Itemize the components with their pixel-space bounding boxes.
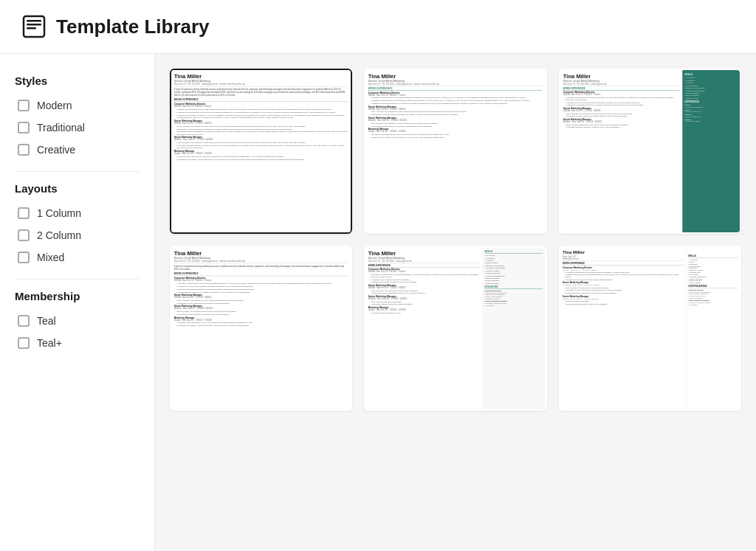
modern-checkbox[interactable]: [18, 100, 30, 111]
teal-label: Teal: [37, 315, 56, 327]
sidebar-item-teal-plus[interactable]: Teal+: [15, 332, 140, 354]
page-title: Template Library: [56, 15, 210, 38]
mixed-label: Mixed: [37, 252, 64, 263]
templates-grid: Tina Miller Director, Social Media Marke…: [170, 69, 741, 411]
template-preview-5: Tina Miller Director, Social Media Marke…: [365, 247, 545, 409]
sidebar: Styles Modern Traditional Creative Layou…: [0, 54, 155, 551]
template-library-icon: [21, 13, 47, 40]
svg-rect-2: [27, 24, 41, 26]
teal-plus-label: Teal+: [37, 337, 62, 349]
template-preview-3: Tina Miller Director, Social Media Marke…: [560, 70, 740, 232]
sidebar-item-traditional[interactable]: Traditional: [15, 117, 140, 139]
sidebar-item-modern[interactable]: Modern: [15, 94, 140, 117]
svg-rect-3: [27, 27, 36, 30]
2col-checkbox[interactable]: [18, 229, 30, 241]
sidebar-item-mixed[interactable]: Mixed: [15, 246, 140, 268]
template-preview-4: Tina Miller Director, Social Media Marke…: [171, 247, 351, 409]
sidebar-item-teal[interactable]: Teal: [15, 310, 140, 332]
template-card-4[interactable]: Tina Miller Director, Social Media Marke…: [170, 246, 352, 411]
2col-label: 2 Column: [37, 229, 81, 241]
traditional-label: Traditional: [37, 122, 85, 134]
membership-section-title: Membership: [15, 290, 140, 302]
sidebar-item-1col[interactable]: 1 Column: [15, 202, 140, 224]
divider-2: [15, 279, 140, 280]
template-card-6[interactable]: Tina Miller New York, NY tmiller@email.c…: [559, 246, 741, 411]
layouts-section-title: Layouts: [15, 182, 140, 195]
styles-section-title: Styles: [15, 74, 140, 87]
content-area: Tina Miller Director, Social Media Marke…: [155, 54, 756, 551]
creative-label: Creative: [37, 144, 75, 156]
template-preview-2: Tina Miller Director, Social Media Marke…: [365, 70, 545, 232]
main-layout: Styles Modern Traditional Creative Layou…: [0, 54, 756, 551]
1col-label: 1 Column: [37, 207, 81, 219]
template-preview-1: Tina Miller Director, Social Media Marke…: [171, 70, 351, 232]
sidebar-item-2col[interactable]: 2 Column: [15, 224, 140, 246]
template-card-1[interactable]: Tina Miller Director, Social Media Marke…: [170, 69, 352, 234]
template-card-2[interactable]: Tina Miller Director, Social Media Marke…: [364, 69, 546, 234]
traditional-checkbox[interactable]: [18, 122, 30, 134]
template-card-3[interactable]: Tina Miller Director, Social Media Marke…: [559, 69, 741, 234]
svg-rect-1: [27, 20, 41, 22]
teal-checkbox[interactable]: [18, 315, 30, 327]
mixed-checkbox[interactable]: [18, 252, 30, 263]
page-header: Template Library: [0, 0, 756, 54]
creative-checkbox[interactable]: [18, 144, 30, 156]
divider-1: [15, 171, 140, 172]
modern-label: Modern: [37, 100, 72, 111]
sidebar-item-creative[interactable]: Creative: [15, 139, 140, 161]
template-preview-6: Tina Miller New York, NY tmiller@email.c…: [560, 247, 740, 409]
teal-plus-checkbox[interactable]: [18, 337, 30, 349]
1col-checkbox[interactable]: [18, 207, 30, 219]
svg-rect-0: [24, 16, 44, 37]
template-card-5[interactable]: Tina Miller Director, Social Media Marke…: [364, 246, 546, 411]
